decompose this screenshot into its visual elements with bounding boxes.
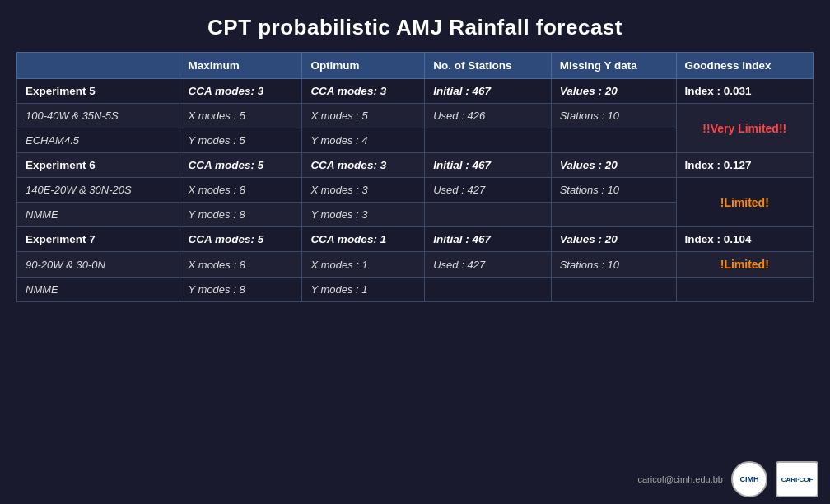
cell: Stations : 10 xyxy=(551,252,676,278)
col-header-missing: Missing Y data xyxy=(551,53,676,79)
cell: X modes : 1 xyxy=(302,252,425,278)
cell: Initial : 467 xyxy=(425,227,551,252)
data-table: Maximum Optimum No. of Stations Missing … xyxy=(16,52,814,302)
cell: 100-40W & 35N-5S xyxy=(17,104,180,128)
cell: Y modes : 1 xyxy=(302,278,425,302)
page-title: CPT probabilistic AMJ Rainfall forecast xyxy=(16,15,814,40)
cell xyxy=(551,203,676,227)
cell: Values : 20 xyxy=(551,227,676,252)
cell xyxy=(551,128,676,153)
goodness-cell: Index : 0.031 xyxy=(676,79,813,104)
table-row: Experiment 7 CCA modes: 5 CCA modes: 1 I… xyxy=(17,227,814,252)
cell: 90-20W & 30-0N xyxy=(17,252,180,278)
cell: CCA modes: 5 xyxy=(180,153,302,178)
cell: X modes : 3 xyxy=(302,178,425,203)
col-header-empty xyxy=(17,53,180,79)
cell: X modes : 8 xyxy=(180,178,302,203)
cell: X modes : 5 xyxy=(180,104,302,128)
goodness-cell: Index : 0.127 xyxy=(676,153,813,178)
exp-label: Experiment 5 xyxy=(17,79,180,104)
col-header-stations: No. of Stations xyxy=(425,53,551,79)
col-header-goodness: Goodness Index xyxy=(676,53,813,79)
cell: CCA modes: 5 xyxy=(180,227,302,252)
cell: NMME xyxy=(17,203,180,227)
cell: 140E-20W & 30N-20S xyxy=(17,178,180,203)
cell: CCA modes: 3 xyxy=(302,79,425,104)
table-row: 100-40W & 35N-5S X modes : 5 X modes : 5… xyxy=(17,104,814,128)
cell: Y modes : 8 xyxy=(180,278,302,302)
cell: Stations : 10 xyxy=(551,104,676,128)
cell: NMME xyxy=(17,278,180,302)
footer: caricof@cimh.edu.bb CIMH CARI·COF xyxy=(638,461,819,497)
cell xyxy=(425,203,551,227)
very-limited-cell: !!Very Limited!! xyxy=(676,104,813,153)
cell: Y modes : 3 xyxy=(302,203,425,227)
cell: Stations : 10 xyxy=(551,178,676,203)
cell: Initial : 467 xyxy=(425,153,551,178)
table-row: Experiment 5 CCA modes: 3 CCA modes: 3 I… xyxy=(17,79,814,104)
cell xyxy=(551,278,676,302)
cell: ECHAM4.5 xyxy=(17,128,180,153)
cell: CCA modes: 3 xyxy=(180,79,302,104)
table-row: 90-20W & 30-0N X modes : 8 X modes : 1 U… xyxy=(17,252,814,278)
cell: CCA modes: 1 xyxy=(302,227,425,252)
cell: CCA modes: 3 xyxy=(302,153,425,178)
cell: Used : 427 xyxy=(425,178,551,203)
cell: X modes : 8 xyxy=(180,252,302,278)
limited-cell2: !Limited! xyxy=(676,252,813,278)
cimh-logo: CIMH xyxy=(731,461,767,497)
table-row: 140E-20W & 30N-20S X modes : 8 X modes :… xyxy=(17,178,814,203)
cell: Used : 426 xyxy=(425,104,551,128)
exp-label: Experiment 7 xyxy=(17,227,180,252)
goodness-cell: Index : 0.104 xyxy=(676,227,813,252)
caricof-logo: CARI·COF xyxy=(776,461,818,497)
cell: Y modes : 5 xyxy=(180,128,302,153)
col-header-maximum: Maximum xyxy=(180,53,302,79)
table-header-row: Maximum Optimum No. of Stations Missing … xyxy=(17,53,814,79)
exp-label: Experiment 6 xyxy=(17,153,180,178)
slide: CPT probabilistic AMJ Rainfall forecast … xyxy=(0,0,830,504)
col-header-optimum: Optimum xyxy=(302,53,425,79)
cell xyxy=(676,278,813,302)
cell xyxy=(425,128,551,153)
table-row: NMME Y modes : 8 Y modes : 1 xyxy=(17,278,814,302)
cell: X modes : 5 xyxy=(302,104,425,128)
table-row: Experiment 6 CCA modes: 5 CCA modes: 3 I… xyxy=(17,153,814,178)
cell: Values : 20 xyxy=(551,79,676,104)
cell: Y modes : 8 xyxy=(180,203,302,227)
cell: Initial : 467 xyxy=(425,79,551,104)
footer-email: caricof@cimh.edu.bb xyxy=(638,474,724,484)
cell xyxy=(425,278,551,302)
limited-cell: !Limited! xyxy=(676,178,813,227)
cell: Y modes : 4 xyxy=(302,128,425,153)
cell: Values : 20 xyxy=(551,153,676,178)
cell: Used : 427 xyxy=(425,252,551,278)
